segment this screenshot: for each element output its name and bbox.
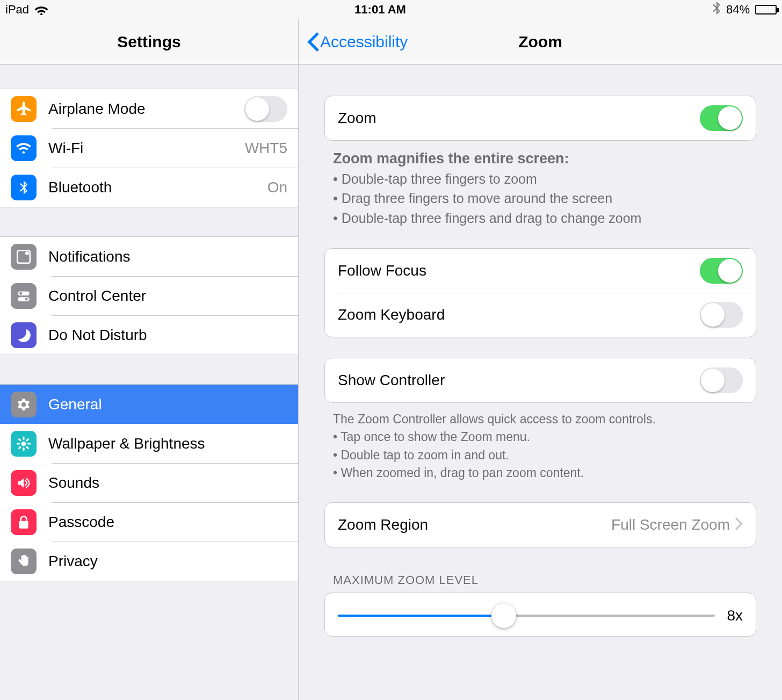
zoom-toggle-label: Zoom	[338, 110, 700, 127]
sidebar-item-label: Wallpaper & Brightness	[48, 435, 287, 452]
hand-icon	[11, 549, 37, 574]
sidebar-title: Settings	[117, 33, 180, 51]
zoom-keyboard-label: Zoom Keyboard	[338, 306, 700, 323]
zoom-description: Zoom magnifies the entire screen: Double…	[324, 141, 756, 228]
zoom-region-value: Full Screen Zoom	[611, 516, 730, 533]
zoom-keyboard-toggle[interactable]	[700, 302, 743, 328]
sidebar-item-privacy[interactable]: Privacy	[0, 542, 298, 581]
bluetooth-status-icon	[712, 2, 721, 18]
wifi-status-icon	[34, 4, 48, 15]
control-center-icon	[11, 283, 37, 309]
sidebar-item-passcode[interactable]: Passcode	[0, 502, 298, 542]
sidebar-item-value: WHT5	[245, 140, 287, 157]
sidebar-item-general[interactable]: General	[0, 385, 298, 424]
sidebar-item-label: Control Center	[48, 287, 287, 305]
detail-header: Accessibility Zoom	[299, 19, 782, 64]
speaker-icon	[11, 470, 37, 496]
follow-focus-label: Follow Focus	[338, 262, 700, 279]
status-time: 11:01 AM	[354, 3, 406, 17]
sidebar-item-label: Privacy	[48, 553, 287, 570]
zoom-region-row[interactable]: Zoom Region Full Screen Zoom	[325, 503, 756, 547]
controller-desc-lead: The Zoom Controller allows quick access …	[333, 412, 656, 426]
airplane-toggle[interactable]	[244, 96, 287, 122]
show-controller-row[interactable]: Show Controller	[325, 358, 756, 402]
sidebar-item-label: Notifications	[48, 248, 287, 265]
show-controller-toggle[interactable]	[700, 367, 743, 393]
sidebar-item-label: General	[48, 396, 287, 413]
sidebar-item-notifications[interactable]: Notifications	[0, 237, 298, 276]
sidebar-item-wifi[interactable]: Wi-FiWHT5	[0, 128, 298, 168]
airplane-icon	[11, 96, 37, 122]
sidebar-item-airplane[interactable]: Airplane Mode	[0, 89, 298, 128]
show-controller-label: Show Controller	[338, 372, 700, 389]
sidebar-item-value: On	[267, 179, 287, 196]
sidebar-item-label: Bluetooth	[48, 179, 256, 196]
controller-desc-item: Tap once to show the Zoom menu.	[333, 428, 748, 446]
zoom-desc-item: Double-tap three fingers and drag to cha…	[333, 208, 748, 228]
zoom-keyboard-row[interactable]: Zoom Keyboard	[325, 293, 756, 337]
sidebar-item-wallpaper[interactable]: Wallpaper & Brightness	[0, 424, 298, 463]
max-zoom-slider-row[interactable]: 8x	[324, 593, 756, 637]
gear-icon	[11, 392, 37, 417]
sidebar-item-controlcenter[interactable]: Control Center	[0, 276, 298, 315]
follow-focus-toggle[interactable]	[700, 258, 743, 284]
sidebar-header: Settings	[0, 19, 298, 64]
zoom-region-label: Zoom Region	[338, 516, 611, 533]
notifications-icon	[11, 244, 37, 270]
sidebar-item-sounds[interactable]: Sounds	[0, 463, 298, 502]
slider-thumb[interactable]	[491, 603, 516, 628]
settings-sidebar: Settings Airplane ModeWi-FiWHT5Bluetooth…	[0, 19, 299, 700]
zoom-toggle[interactable]	[700, 105, 743, 131]
controller-desc-item: Double tap to zoom in and out.	[333, 446, 748, 464]
zoom-toggle-row[interactable]: Zoom	[325, 96, 756, 140]
moon-icon	[11, 322, 37, 348]
sidebar-item-dnd[interactable]: Do Not Disturb	[0, 315, 298, 355]
back-button[interactable]: Accessibility	[307, 32, 408, 52]
sidebar-item-label: Do Not Disturb	[48, 327, 287, 344]
wifi-icon	[11, 135, 37, 161]
zoom-desc-item: Drag three fingers to move around the sc…	[333, 189, 748, 208]
follow-focus-row[interactable]: Follow Focus	[325, 249, 756, 293]
device-name: iPad	[5, 3, 29, 17]
battery-percentage: 84%	[726, 3, 750, 17]
zoom-desc-item: Double-tap three fingers to zoom	[333, 169, 748, 189]
rosette-icon	[11, 431, 37, 457]
status-bar: iPad 11:01 AM 84%	[0, 0, 782, 19]
bluetooth-icon	[11, 175, 37, 200]
detail-pane: Accessibility Zoom Zoom Zoom magnifies t…	[299, 19, 782, 700]
controller-description: The Zoom Controller allows quick access …	[324, 403, 756, 482]
sidebar-item-bluetooth[interactable]: BluetoothOn	[0, 168, 298, 207]
max-zoom-header: MAXIMUM ZOOM LEVEL	[324, 547, 756, 593]
lock-icon	[11, 509, 37, 535]
controller-desc-item: When zoomed in, drag to pan zoom content…	[333, 464, 748, 482]
zoom-desc-heading: Zoom magnifies the entire screen:	[333, 150, 569, 167]
max-zoom-value-label: 8x	[727, 607, 743, 624]
back-label: Accessibility	[320, 33, 408, 51]
sidebar-item-label: Passcode	[48, 514, 287, 531]
detail-title: Zoom	[518, 33, 562, 51]
chevron-right-icon	[735, 517, 743, 532]
battery-icon	[755, 5, 777, 15]
max-zoom-slider[interactable]	[338, 615, 715, 617]
sidebar-item-label: Sounds	[48, 474, 287, 492]
sidebar-item-label: Wi-Fi	[48, 140, 233, 157]
sidebar-item-label: Airplane Mode	[48, 100, 233, 118]
